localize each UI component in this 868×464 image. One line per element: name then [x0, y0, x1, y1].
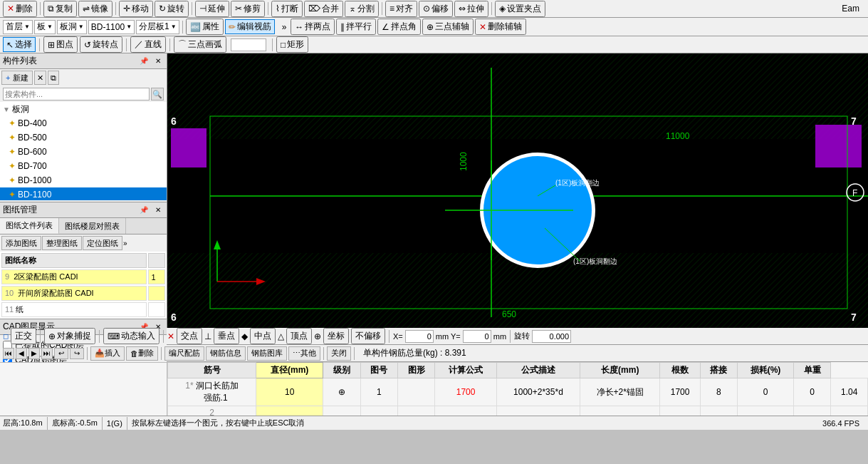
- arc-btn[interactable]: ⌒三点画弧: [174, 36, 226, 53]
- set-vertex-btn[interactable]: ◈设置夹点: [495, 1, 545, 17]
- tree-item-bd700[interactable]: ✦ BD-700: [0, 159, 167, 173]
- prev-page-btn[interactable]: ◀: [16, 348, 27, 359]
- data-row-1[interactable]: 1* 洞口长筋加 强筋.1 10 ⊕ 1 1700 1000+2*35*d 净长…: [168, 378, 868, 406]
- layer-dropdown[interactable]: 分层板1 ▼: [136, 20, 179, 34]
- locate-drawing-btn[interactable]: 定位图纸: [83, 236, 122, 250]
- tree-item-root[interactable]: ▼ 板洞: [0, 102, 167, 116]
- delete-component-btn[interactable]: ✕: [34, 71, 46, 85]
- drawing-close-icon[interactable]: ✕: [152, 205, 164, 216]
- nav-btn3[interactable]: ↪: [70, 348, 84, 359]
- nav-sep1: [87, 347, 88, 360]
- organize-drawing-btn[interactable]: 整理图纸: [42, 236, 82, 250]
- folder-icon: ▼: [3, 105, 10, 113]
- edit-rebar-btn[interactable]: ✏ 编辑视筋: [225, 19, 275, 34]
- nav-delete-btn[interactable]: 🗑删除: [126, 346, 158, 361]
- element-dropdown[interactable]: BD-1100 ▼: [88, 20, 135, 34]
- delete-btn[interactable]: ✕ 删除: [3, 1, 37, 17]
- draw-input[interactable]: [231, 38, 266, 51]
- tab-layer-map[interactable]: 图纸楼层对照表: [59, 218, 126, 234]
- drawing-row-10[interactable]: 10 开间所梁配筋图 CADI: [1, 286, 165, 301]
- split-btn[interactable]: ⌅分割: [345, 1, 379, 17]
- search-bar: 🔍: [0, 86, 167, 102]
- del-aux-btn[interactable]: ✕删除辅轴: [475, 19, 526, 35]
- type-dropdown[interactable]: 板 ▼: [34, 20, 56, 34]
- intersection-btn[interactable]: 交点: [177, 328, 202, 344]
- align-btn[interactable]: ≡对齐: [385, 1, 417, 17]
- select-btn[interactable]: ↖选择: [3, 37, 36, 52]
- tree-item-bd1100[interactable]: ✦ BD-1100: [0, 187, 167, 200]
- tree-item-bd500[interactable]: ✦ BD-500: [0, 130, 167, 145]
- extend-btn[interactable]: ⊣延伸: [195, 1, 229, 17]
- rect-btn[interactable]: □矩形: [276, 36, 308, 53]
- no-move-btn[interactable]: 不偏移: [351, 328, 385, 344]
- svg-rect-2: [167, 53, 868, 139]
- two-point-btn[interactable]: ↔拌两点: [291, 19, 335, 35]
- coord-btn[interactable]: 坐标: [323, 328, 349, 344]
- mirror-btn[interactable]: ⇌镜像: [78, 1, 113, 17]
- insert-btn[interactable]: 📥插入: [90, 346, 125, 361]
- stretch-btn[interactable]: ⇔拉伸: [454, 1, 488, 17]
- line-btn[interactable]: ／直线: [130, 36, 166, 53]
- col-diameter: 直径(mm): [256, 363, 323, 378]
- drawing-actions: 添加图纸 整理图纸 定位图纸 »: [0, 234, 167, 252]
- dynamic-input-btn[interactable]: ⌨动态输入: [103, 328, 160, 344]
- data-row-2[interactable]: 2: [168, 406, 868, 416]
- close-btn[interactable]: 关闭: [327, 346, 351, 361]
- svg-rect-4: [171, 128, 206, 167]
- add-drawing-btn[interactable]: 添加图纸: [1, 236, 41, 250]
- snap-btn[interactable]: ⊕对象捕捉: [44, 328, 95, 344]
- tree-item-bd1000[interactable]: ✦ BD-1000: [0, 173, 167, 187]
- hint-label: 按鼠标左键选择一个图元，按右键中止或ESC取消: [132, 418, 820, 428]
- x-input[interactable]: [405, 330, 434, 343]
- subtype-dropdown[interactable]: 板洞 ▼: [57, 20, 87, 34]
- drawing-table: 图纸名称 9 2区梁配筋图 CADI 1 10: [0, 252, 167, 319]
- y-input[interactable]: [463, 330, 491, 343]
- move-btn[interactable]: ✛移动: [119, 1, 153, 17]
- canvas-area[interactable]: 1000 650 11000 (1区)板洞翻边 (1区)板洞翻边 6 6 7 7…: [167, 53, 868, 328]
- new-component-btn[interactable]: + 新建: [1, 71, 33, 85]
- copy-component-btn[interactable]: ⧉: [48, 71, 59, 85]
- drawing-pin-icon[interactable]: 📌: [138, 205, 150, 216]
- rotate-point-btn[interactable]: ↺旋转点: [80, 36, 122, 53]
- offset-btn[interactable]: ⊙偏移: [419, 1, 453, 17]
- tree-item-bd400[interactable]: ✦ BD-400: [0, 116, 167, 130]
- tree-item-bd600[interactable]: ✦ BD-600: [0, 145, 167, 159]
- level-dropdown[interactable]: 首层 ▼: [3, 20, 33, 34]
- star-icon-bd700: ✦: [9, 161, 16, 171]
- last-page-btn[interactable]: ⏭: [41, 348, 53, 359]
- drawing-row-11[interactable]: 11纸: [1, 302, 165, 317]
- tab-file-list[interactable]: 图纸文件列表: [0, 218, 59, 234]
- search-input[interactable]: [3, 88, 150, 100]
- search-icon[interactable]: 🔍: [151, 88, 164, 100]
- break-btn[interactable]: ⌇打断: [271, 1, 303, 17]
- copy-btn[interactable]: ⧉复制: [43, 1, 77, 17]
- scale-rebar-btn[interactable]: 编尺配筋: [164, 346, 204, 361]
- grid-btn[interactable]: ⊞图点: [43, 36, 78, 53]
- other-btn[interactable]: ⋯其他: [288, 346, 320, 361]
- rebar-drawing-btn[interactable]: 钢筋图库: [247, 346, 287, 361]
- attribute-btn[interactable]: 🔤 属性: [186, 19, 224, 35]
- close-panel-icon[interactable]: ✕: [152, 56, 164, 67]
- angle-btn[interactable]: ∠拌点角: [377, 19, 421, 35]
- endpoint-btn[interactable]: 垂点: [214, 328, 239, 344]
- parallel-btn[interactable]: ∥拌平行: [336, 19, 376, 35]
- cell-lap-2: [738, 406, 794, 416]
- rebar-info-btn[interactable]: 钢筋信息: [206, 346, 246, 361]
- midpoint-btn[interactable]: 中点: [250, 328, 276, 344]
- aux-axis-btn[interactable]: ⊕三点辅轴: [422, 19, 474, 35]
- drawing-expand-icon: »: [123, 239, 127, 247]
- rotate-input[interactable]: [532, 330, 571, 343]
- drawing-val-10: [148, 286, 165, 301]
- top-btn[interactable]: 顶点: [286, 328, 312, 344]
- sep11: [272, 38, 273, 51]
- merge-btn[interactable]: ⌦合并: [304, 1, 343, 17]
- pin-icon[interactable]: 📌: [138, 56, 150, 67]
- floor-elevation-label: 底标高:-0.5m: [52, 418, 98, 428]
- trim-btn[interactable]: ✂修剪: [231, 1, 265, 17]
- first-page-btn[interactable]: ⏮: [3, 348, 14, 359]
- rotate-btn[interactable]: ↻旋转: [155, 1, 189, 17]
- next-page-btn[interactable]: ▶: [28, 348, 40, 359]
- drawing-row-9[interactable]: 9 2区梁配筋图 CADI 1: [1, 269, 165, 284]
- nav-btn2[interactable]: ↩: [54, 348, 68, 359]
- ortho-btn[interactable]: 正交: [11, 328, 36, 344]
